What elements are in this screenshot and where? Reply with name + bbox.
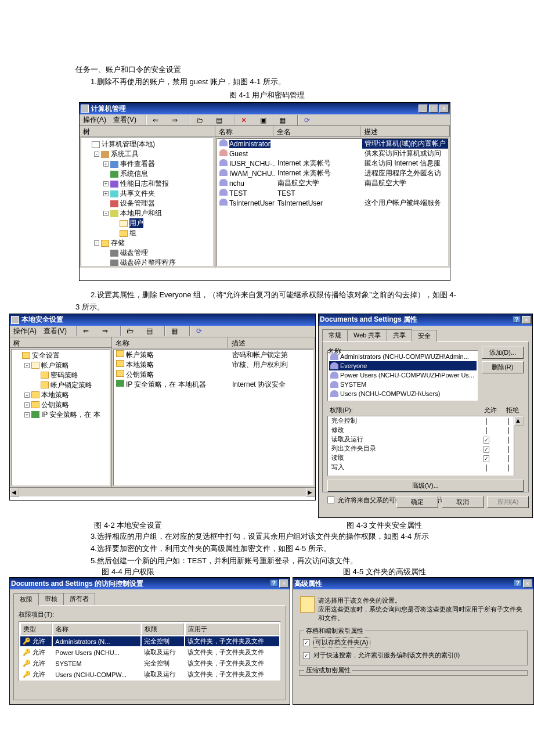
col-fullname[interactable]: 全名 (273, 126, 360, 136)
tree-item[interactable]: 用户 (82, 218, 212, 228)
maximize-button[interactable]: □ (429, 105, 438, 113)
principal-row[interactable]: Everyone (329, 361, 477, 370)
tree-view[interactable]: 安全设置-帐户策略密码策略帐户锁定策略+本地策略+公钥策略+IP 安全策略，在 … (11, 349, 110, 486)
expand-toggle[interactable]: + (103, 161, 109, 167)
principals-list[interactable]: Administrators (NCHU-COMPWUZH\Admin...Ev… (327, 350, 478, 401)
tab-web-share[interactable]: Web 共享 (347, 329, 387, 341)
tree-item[interactable]: 系统信息 (82, 169, 212, 179)
tree-item[interactable]: +事件查看器 (82, 159, 212, 169)
refresh-icon[interactable]: ▦ (276, 115, 288, 125)
back-button[interactable]: ⇐ (150, 115, 161, 125)
menu-view[interactable]: 查看(V) (113, 115, 136, 125)
tree-item[interactable]: -帐户策略 (13, 361, 109, 370)
acl-row[interactable]: 🔑 允许Administrators (N...完全控制该文件夹，子文件夹及文件 (20, 636, 279, 646)
list-row[interactable]: TsInternetUserTsInternetUser这个用户帐户被终端服务 (217, 198, 448, 208)
deny-checkbox[interactable] (508, 418, 509, 425)
back-button[interactable]: ⇐ (80, 326, 92, 336)
acl-row[interactable]: 🔑 允许Power Users (NCHU...读取及运行该文件夹，子文件夹及文… (20, 647, 279, 657)
close-button[interactable]: × (523, 579, 532, 588)
tree-item[interactable]: 组 (82, 228, 212, 238)
ok-button[interactable]: 确定 (396, 496, 438, 508)
principal-row[interactable]: SYSTEM (329, 380, 477, 389)
scroll-left-button[interactable]: ◄ (10, 488, 19, 497)
expand-toggle[interactable]: - (103, 211, 109, 216)
tab-owner[interactable]: 所有者 (63, 593, 95, 605)
cancel-button[interactable]: 取消 (442, 496, 484, 508)
permissions-list[interactable]: 完全控制修改读取及运行✓列出文件夹目录✓读取✓写入▲ (327, 416, 524, 476)
allow-checkbox[interactable] (486, 465, 487, 471)
expand-toggle[interactable]: + (24, 402, 30, 408)
inherit-checkbox[interactable] (327, 496, 334, 503)
tree-item[interactable]: 安全设置 (13, 351, 109, 361)
allow-checkbox[interactable] (486, 418, 487, 425)
list-row[interactable]: 本地策略审核、用户权利利 (114, 360, 313, 370)
deny-checkbox[interactable] (508, 455, 509, 462)
list-row[interactable]: IP 安全策略，在 本地机器Internet 协议安全 (114, 380, 313, 390)
help-icon[interactable]: ⟳ (301, 115, 313, 125)
properties-icon[interactable]: ▣ (257, 115, 269, 125)
minimize-button[interactable]: _ (418, 105, 428, 113)
tree-item[interactable]: 计算机管理(本地) (82, 139, 212, 149)
tab-security[interactable]: 安全 (412, 330, 437, 342)
apply-button[interactable]: 应用(A) (487, 496, 529, 508)
col-apply[interactable]: 应用于 (185, 623, 279, 635)
tree-item[interactable]: 密码策略 (13, 370, 109, 380)
list-row[interactable]: nchu南昌航空大学南昌航空大学 (217, 178, 448, 188)
deny-checkbox[interactable] (508, 465, 509, 471)
tree-item[interactable]: 设备管理器 (82, 199, 212, 208)
user-list[interactable]: Administrator管理计算机(域)的内置帐户Guest供来宾访问计算机或… (217, 138, 449, 267)
tree-item[interactable]: +性能日志和警报 (82, 179, 212, 189)
delete-icon[interactable]: ✕ (238, 115, 250, 125)
expand-toggle[interactable]: - (24, 363, 30, 368)
list-row[interactable]: IWAM_NCHU...Internet 来宾帐号进程应用程序之外匿名访 (217, 168, 448, 178)
close-button[interactable]: × (522, 316, 531, 324)
expand-toggle[interactable]: - (94, 240, 99, 246)
tree-item[interactable]: 磁盘碎片整理程序 (82, 258, 212, 267)
archive-checkbox[interactable]: ✓ (303, 639, 310, 646)
tree-item[interactable]: -系统工具 (82, 149, 212, 159)
tree-item[interactable]: +公钥策略 (13, 400, 109, 410)
tree-item[interactable]: +共享文件夹 (82, 189, 212, 199)
col-name[interactable]: 名称 (53, 623, 140, 635)
close-button[interactable]: × (439, 105, 449, 113)
allow-checkbox[interactable]: ✓ (484, 446, 489, 453)
list-row[interactable]: IUSR_NCHU-...Internet 来宾帐号匿名访问 Internet … (217, 159, 448, 168)
acl-row[interactable]: 🔑 允许Users (NCHU-COMPW...读取及运行该文件夹，子文件夹及文… (20, 669, 279, 679)
list-row[interactable]: 帐户策略密码和帐户锁定第 (114, 350, 313, 360)
folder-icon[interactable]: 🗁 (124, 326, 136, 336)
allow-checkbox[interactable] (486, 427, 487, 434)
principal-row[interactable]: Administrators (NCHU-COMPWUZH\Admin... (329, 352, 477, 361)
help-button[interactable]: ? (514, 579, 522, 586)
tree-item[interactable]: -本地用户和组 (82, 208, 212, 218)
export-icon[interactable]: ▦ (168, 326, 180, 336)
list-row[interactable]: 公钥策略 (114, 370, 313, 380)
refresh-icon[interactable]: ⟳ (193, 326, 205, 336)
tab-audit[interactable]: 审核 (38, 593, 64, 605)
expand-toggle[interactable]: + (24, 412, 30, 417)
col-desc[interactable]: 描述 (228, 337, 315, 348)
forward-button[interactable]: ⇒ (169, 115, 181, 125)
list-icon[interactable]: ▤ (143, 326, 155, 336)
titlebar[interactable]: Documents and Settings 属性 ?× (319, 314, 532, 326)
close-button[interactable]: × (279, 579, 288, 588)
tree-item[interactable]: +本地策略 (13, 390, 109, 400)
forward-button[interactable]: ⇒ (99, 326, 111, 336)
scroll-up-button[interactable]: ▲ (514, 416, 524, 426)
expand-toggle[interactable]: - (94, 152, 99, 157)
acl-row[interactable]: 🔑 允许SYSTEM完全控制该文件夹，子文件夹及文件 (20, 658, 279, 668)
list-row[interactable]: Guest供来宾访问计算机或访问 (217, 149, 448, 159)
menu-action[interactable]: 操作(A) (83, 115, 106, 125)
allow-checkbox[interactable]: ✓ (484, 437, 489, 444)
tree-item[interactable]: -存储 (82, 238, 212, 248)
expand-toggle[interactable]: + (103, 191, 109, 196)
scroll-right-button[interactable]: ► (306, 488, 315, 497)
col-perm[interactable]: 权限 (142, 623, 184, 635)
col-type[interactable]: 类型 (20, 623, 52, 635)
tree-item[interactable]: 磁盘管理 (82, 248, 212, 258)
remove-button[interactable]: 删除(R) (482, 361, 524, 373)
list-row[interactable]: TESTTEST (217, 188, 448, 198)
tree-item[interactable]: 帐户锁定策略 (13, 380, 109, 390)
col-desc[interactable]: 描述 (360, 126, 450, 136)
index-checkbox[interactable]: ✓ (303, 652, 310, 659)
advanced-button[interactable]: 高级(V)... (327, 480, 524, 492)
